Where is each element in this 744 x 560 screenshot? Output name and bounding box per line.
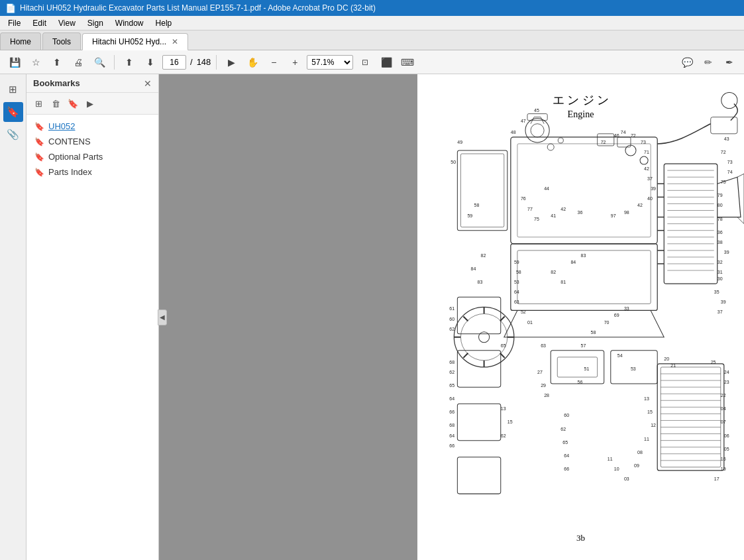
save-button[interactable]: 💾: [5, 53, 24, 72]
bm-add-btn[interactable]: 🔖: [65, 95, 81, 111]
svg-text:42: 42: [560, 207, 566, 211]
bookmarks-toolbar: ⊞ 🗑 🔖 ▶: [27, 93, 158, 115]
svg-rect-42: [457, 297, 500, 333]
bm-expand-btn[interactable]: ⊞: [30, 95, 46, 111]
page-number-input[interactable]: [162, 55, 186, 70]
bookmark-label-contens[interactable]: CONTENS: [48, 137, 91, 146]
svg-text:83: 83: [478, 280, 483, 284]
bookmarks-btn[interactable]: 🔖: [3, 102, 23, 122]
svg-text:37: 37: [717, 309, 723, 314]
bookmark-icon-1: 🔖: [34, 122, 44, 131]
prev-page-button[interactable]: ⬆: [120, 53, 138, 72]
menu-window[interactable]: Window: [110, 17, 149, 29]
menu-sign[interactable]: Sign: [82, 17, 109, 29]
svg-text:51: 51: [584, 366, 590, 371]
bookmark-icon-3: 🔖: [34, 152, 44, 162]
title-bar-text: Hitachi UH052 Hydraulic Excavator Parts …: [20, 3, 376, 13]
svg-rect-40: [557, 357, 597, 377]
page-navigation: / 148: [162, 55, 211, 70]
svg-text:17: 17: [714, 476, 719, 481]
hand-tool-button[interactable]: ✋: [243, 53, 262, 72]
svg-text:65: 65: [449, 383, 454, 388]
tools-panel-button[interactable]: ⬛: [377, 53, 396, 72]
svg-text:04: 04: [721, 406, 726, 411]
bookmark-contens[interactable]: 🔖 CONTENS: [27, 134, 158, 149]
tab-home[interactable]: Home: [0, 32, 41, 50]
bookmark-label-optional-parts[interactable]: Optional Parts: [48, 152, 103, 162]
comment-button[interactable]: 💬: [678, 53, 696, 72]
page-thumbnails-btn[interactable]: ⊞: [3, 80, 23, 99]
svg-text:54: 54: [617, 353, 623, 358]
svg-text:59: 59: [514, 260, 519, 264]
attachments-btn[interactable]: 📎: [3, 125, 23, 144]
svg-text:25: 25: [711, 360, 716, 364]
svg-text:58: 58: [591, 330, 596, 335]
menu-file[interactable]: File: [3, 17, 26, 29]
collapse-panel-button[interactable]: ◀: [158, 309, 167, 325]
svg-text:63: 63: [514, 300, 519, 304]
svg-text:53: 53: [631, 366, 636, 371]
title-bar-icon: 📄: [5, 3, 16, 13]
bm-delete-btn[interactable]: 🗑: [48, 95, 64, 111]
svg-text:52: 52: [521, 309, 526, 314]
svg-text:68: 68: [449, 360, 454, 364]
svg-text:58: 58: [516, 270, 521, 274]
cursor-tool-button[interactable]: ▶: [222, 53, 240, 72]
svg-text:72: 72: [631, 133, 636, 138]
svg-text:97: 97: [611, 213, 616, 218]
svg-text:31: 31: [717, 270, 723, 274]
zoom-out-button[interactable]: −: [264, 53, 283, 72]
svg-text:19: 19: [721, 467, 726, 471]
svg-text:84: 84: [470, 266, 476, 271]
bookmark-icon-4: 🔖: [34, 168, 44, 177]
tab-tools[interactable]: Tools: [42, 32, 81, 50]
bookmark-label-parts-index[interactable]: Parts Index: [48, 167, 92, 177]
find-button[interactable]: 🔍: [90, 53, 109, 72]
svg-text:60: 60: [564, 413, 569, 418]
bookmark-parts-index[interactable]: 🔖 Parts Index: [27, 164, 158, 180]
svg-text:66: 66: [449, 443, 454, 448]
menu-view[interactable]: View: [53, 17, 81, 29]
pen-button[interactable]: ✏: [699, 53, 717, 72]
svg-text:77: 77: [527, 207, 533, 211]
keyboard-button[interactable]: ⌨: [398, 53, 417, 72]
page-separator: /: [190, 57, 193, 67]
engine-title-en: Engine: [568, 109, 594, 119]
svg-text:23: 23: [724, 380, 729, 384]
bookmarks-title: Bookmarks: [33, 78, 80, 88]
print-button[interactable]: 🖨: [69, 53, 87, 72]
svg-text:82: 82: [551, 270, 556, 274]
svg-text:12: 12: [651, 423, 656, 428]
menu-help[interactable]: Help: [150, 17, 178, 29]
svg-rect-45: [457, 457, 500, 494]
fit-page-button[interactable]: ⊡: [356, 53, 374, 72]
svg-point-2: [525, 119, 549, 142]
svg-text:40: 40: [647, 196, 653, 201]
zoom-in-button[interactable]: +: [286, 53, 304, 72]
svg-text:39: 39: [721, 300, 726, 304]
tab-document[interactable]: Hitachi UH052 Hyd... ✕: [82, 33, 188, 50]
sign-button[interactable]: ✒: [720, 53, 739, 72]
bookmark-button[interactable]: ☆: [27, 53, 45, 72]
svg-rect-1: [517, 144, 651, 237]
svg-text:41: 41: [551, 213, 556, 218]
svg-text:70: 70: [604, 320, 610, 325]
svg-text:35: 35: [714, 290, 719, 294]
svg-text:64: 64: [514, 290, 519, 294]
menu-edit[interactable]: Edit: [27, 17, 52, 29]
bookmark-optional-parts[interactable]: 🔖 Optional Parts: [27, 149, 158, 164]
bookmark-uh052[interactable]: 🔖 UH052: [27, 119, 158, 134]
bookmark-label-uh052[interactable]: UH052: [48, 121, 75, 131]
svg-text:98: 98: [624, 210, 629, 215]
svg-text:68: 68: [449, 423, 454, 428]
zoom-select[interactable]: 57.1% 50% 75% 100% 125% 150%: [307, 55, 353, 70]
svg-point-38: [721, 92, 737, 108]
svg-rect-43: [457, 351, 500, 387]
bm-options-btn[interactable]: ▶: [82, 95, 98, 111]
svg-text:83: 83: [581, 253, 586, 258]
gray-page: [159, 74, 417, 560]
bookmarks-close-button[interactable]: ✕: [144, 79, 152, 88]
share-button[interactable]: ⬆: [48, 53, 66, 72]
next-page-button[interactable]: ⬇: [141, 53, 160, 72]
tab-close-icon[interactable]: ✕: [172, 37, 178, 46]
